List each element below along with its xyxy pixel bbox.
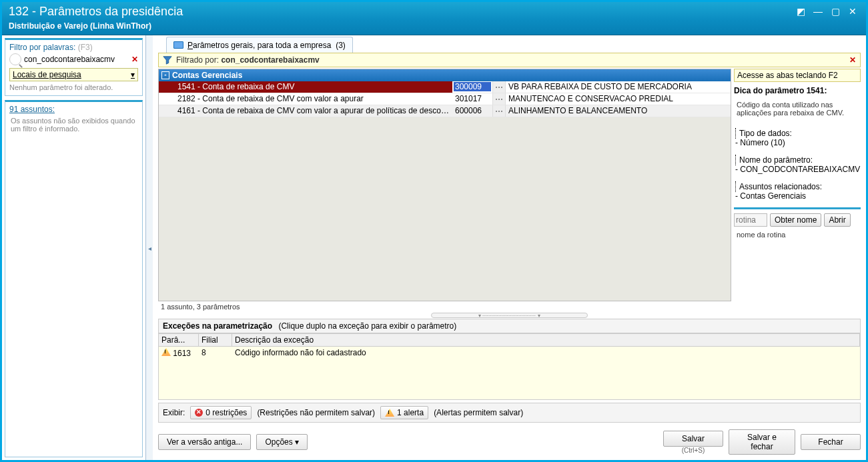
filter-value: con_codcontarebaixacmv: [221, 55, 319, 65]
info-panel: Acesse as abas teclando F2 Dica do parâm…: [734, 69, 861, 312]
funnel-icon: [163, 55, 172, 65]
warning-icon: [385, 409, 394, 417]
grid-row[interactable]: 1541 - Conta de rebaixa de CMV ⋯ VB PARA…: [159, 81, 731, 93]
col-param[interactable]: Parâ...: [159, 334, 199, 346]
row-desc: ALINHAMENTO E BALANCEAMENTO: [506, 105, 731, 117]
window-subtitle: Distribuição e Varejo (Linha WinThor): [2, 20, 866, 35]
collapse-icon[interactable]: -: [161, 71, 169, 79]
assuntos-value: - Contas Gerenciais: [735, 191, 861, 201]
vertical-splitter[interactable]: ◂: [146, 35, 153, 460]
close-icon[interactable]: ✕: [846, 7, 859, 17]
exibir-bar: Exibir: ✕ 0 restrições (Restrições não p…: [158, 403, 861, 423]
exc-param: 1613: [173, 349, 191, 358]
grid-row[interactable]: 4161 - Conta de rebaixa de CMV com valor…: [159, 105, 731, 117]
row-value-input[interactable]: [454, 82, 491, 91]
exc-hint: (Clique duplo na exceção para exibir o p…: [278, 321, 456, 331]
left-sidebar: Filtro por palavras: (F3) ✕ Locais de pe…: [2, 35, 146, 460]
tab-parametros-gerais[interactable]: Parâmetros gerais, para toda a empresa (…: [166, 37, 353, 53]
maximize-icon[interactable]: ▢: [829, 7, 842, 17]
lookup-button[interactable]: ⋯: [492, 93, 506, 105]
exc-title: Exceções na parametrização: [163, 321, 272, 331]
alertas-hint: (Alertas permitem salvar): [434, 408, 523, 417]
nome-label: Nome do parâmetro:: [735, 155, 861, 165]
salvar-button[interactable]: Salvar: [663, 431, 723, 447]
nome-value: - CON_CODCONTAREBAIXACMV: [735, 165, 861, 174]
exc-desc: Código informado não foi cadastrado: [232, 348, 860, 358]
window-title: 132 - Parâmetros da presidência: [9, 5, 794, 19]
col-filial[interactable]: Filial: [199, 334, 232, 346]
filter-label: Filtro por palavras:: [9, 43, 75, 52]
f2-hint: Acesse as abas teclando F2: [734, 69, 861, 82]
grid-status: 1 assunto, 3 parâmetros: [158, 301, 731, 312]
locais-pesquisa-dropdown[interactable]: Locais de pesquisa ▾: [9, 68, 138, 81]
row-label: 2182 - Conta de rebaixa de CMV com valor…: [159, 93, 452, 105]
assuntos-body: Os assuntos não são exibidos quando um f…: [9, 115, 138, 453]
grid-row[interactable]: 2182 - Conta de rebaixa de CMV com valor…: [159, 93, 731, 105]
grid-empty-area: [159, 117, 731, 301]
opcoes-button[interactable]: Opções ▾: [256, 434, 308, 450]
row-label: 1541 - Conta de rebaixa de CMV: [159, 81, 452, 93]
exc-filial: 8: [199, 348, 232, 358]
warning-icon: [161, 348, 171, 356]
salvar-fechar-button[interactable]: Salvar e fechar: [729, 429, 795, 455]
nome-rotina-text: nome da rotina: [734, 229, 861, 240]
exception-row[interactable]: 1613 8 Código informado não foi cadastra…: [159, 347, 860, 359]
chevron-down-icon: ▾: [131, 70, 135, 79]
filter-panel: Filtro por palavras: (F3) ✕ Locais de pe…: [5, 38, 143, 96]
filter-input[interactable]: [24, 55, 129, 64]
col-desc[interactable]: Descrição da exceção: [232, 334, 860, 346]
tab-count: (3): [336, 41, 346, 50]
assuntos-panel: 91 assuntos: Os assuntos não são exibido…: [5, 100, 143, 457]
ctrl-s-hint: (Ctrl+S): [663, 447, 723, 454]
titlebar: 132 - Parâmetros da presidência ◩ — ▢ ✕: [2, 2, 866, 20]
horizontal-splitter[interactable]: ▾ ┄┄┄┄┄┄┄┄┄┄┄┄┄┄┄┄ ▾: [153, 312, 866, 319]
exceptions-grid: Parâ... Filial Descrição da exceção 1613…: [158, 333, 861, 400]
lookup-button[interactable]: ⋯: [492, 105, 506, 117]
tipo-value: - Número (10): [735, 138, 861, 147]
folder-icon: [173, 41, 183, 49]
tab-label: arâmetros gerais, para toda a empresa: [193, 41, 331, 50]
minimize-icon[interactable]: —: [811, 7, 825, 17]
clear-filterbar-icon[interactable]: ✕: [849, 55, 856, 65]
versao-antiga-button[interactable]: Ver a versão antiga...: [158, 434, 251, 450]
error-icon: ✕: [195, 409, 203, 417]
restricoes-hint: (Restrições não permitem salvar): [257, 408, 375, 417]
dica-header: Dica do parâmetro 1541:: [734, 85, 861, 97]
row-value: 600006: [454, 106, 491, 115]
restricoes-count: 0 restrições: [205, 408, 247, 417]
obter-nome-button[interactable]: Obter nome: [770, 213, 821, 227]
alertas-count: 1 alerta: [397, 408, 424, 417]
exibir-label: Exibir:: [163, 408, 185, 417]
lookup-button[interactable]: ⋯: [492, 81, 506, 93]
fechar-button[interactable]: Fechar: [801, 434, 861, 450]
row-label: 4161 - Conta de rebaixa de CMV com valor…: [159, 105, 452, 117]
restore-icon[interactable]: ◩: [794, 7, 807, 17]
row-value: 301017: [454, 94, 491, 103]
filter-info-bar: Filtrado por: con_codcontarebaixacmv ✕: [158, 53, 861, 67]
group-label: Contas Gerenciais: [172, 71, 242, 80]
search-icon: [9, 53, 21, 65]
bottom-toolbar: Ver a versão antiga... Opções ▾ Salvar (…: [153, 427, 866, 460]
alertas-chip[interactable]: 1 alerta: [380, 406, 428, 419]
assuntos-header[interactable]: 91 assuntos:: [9, 105, 138, 114]
param-grid: - Contas Gerenciais 1541 - Conta de reba…: [158, 69, 731, 312]
abrir-button[interactable]: Abrir: [824, 213, 850, 227]
locais-label: Locais de pesquisa: [13, 70, 81, 79]
clear-filter-icon[interactable]: ✕: [131, 55, 138, 64]
exceptions-header: Exceções na parametrização (Clique duplo…: [158, 319, 861, 333]
tipo-label: Tipo de dados:: [735, 129, 861, 138]
row-desc: MANUTENCAO E CONSERVACAO PREDIAL: [506, 93, 731, 105]
filter-hint: (F3): [78, 43, 93, 52]
no-alter-text: Nenhum parâmetro foi alterado.: [9, 83, 138, 91]
restricoes-chip[interactable]: ✕ 0 restrições: [190, 406, 252, 419]
filter-prefix: Filtrado por:: [176, 55, 219, 65]
rotina-input[interactable]: [734, 213, 767, 227]
dica-body: Código da conta utilizado nas aplicações…: [734, 99, 861, 118]
row-desc: VB PARA REBAIXA DE CUSTO DE MERCADORIA: [506, 81, 731, 93]
assuntos-label: Assuntos relacionados:: [735, 182, 861, 191]
grid-group-header[interactable]: - Contas Gerenciais: [159, 69, 731, 81]
